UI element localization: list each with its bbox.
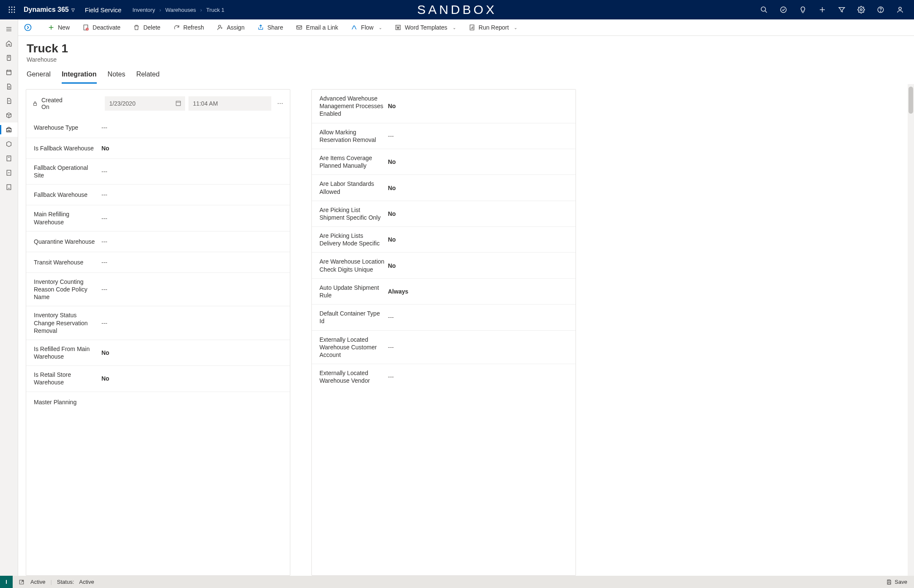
breadcrumb-item[interactable]: Warehouses <box>165 7 196 13</box>
module-label[interactable]: Field Service <box>78 6 128 14</box>
field-row[interactable]: Default Container Type Id--- <box>312 305 576 330</box>
nav-doc1[interactable] <box>0 79 18 94</box>
field-value: No <box>388 262 571 269</box>
field-row[interactable]: Warehouse Type--- <box>26 117 290 138</box>
created-time-input[interactable] <box>188 96 271 111</box>
svg-rect-27 <box>7 156 11 161</box>
field-row[interactable]: Quarantine Warehouse--- <box>26 231 290 252</box>
svg-point-6 <box>9 12 10 13</box>
svg-rect-22 <box>7 70 11 75</box>
nav-hamburger[interactable] <box>0 22 18 36</box>
help-icon[interactable] <box>877 6 884 14</box>
nav-box2[interactable] <box>0 137 18 151</box>
app-launcher-icon[interactable] <box>3 6 20 13</box>
tab-related[interactable]: Related <box>136 71 159 84</box>
field-label: Quarantine Warehouse <box>34 238 101 245</box>
environment-badge: SANDBOX <box>417 3 497 17</box>
field-label: Warehouse Type <box>34 124 101 131</box>
email-link-label: Email a Link <box>306 24 338 31</box>
run-report-button[interactable]: Run Report⌄ <box>464 19 523 35</box>
brand-dropdown[interactable]: Dynamics 365 ▽ <box>20 6 78 14</box>
nav-box1[interactable] <box>0 108 18 122</box>
nav-clipboard[interactable] <box>0 51 18 65</box>
word-templates-button[interactable]: Word Templates⌄ <box>390 19 461 35</box>
field-row[interactable]: Fallback Warehouse--- <box>26 185 290 205</box>
field-row[interactable]: Auto Update Shipment RuleAlways <box>312 279 576 305</box>
calendar-icon <box>175 100 182 106</box>
tab-notes[interactable]: Notes <box>108 71 126 84</box>
email-link-button[interactable]: Email a Link <box>291 19 343 35</box>
field-value: --- <box>101 124 286 131</box>
created-on-label: Created On <box>41 97 70 110</box>
new-label: New <box>58 24 70 31</box>
field-row[interactable]: Are Picking Lists Delivery Mode Specific… <box>312 227 576 253</box>
svg-rect-41 <box>176 101 181 106</box>
field-row[interactable]: Main Refilling Warehouse--- <box>26 205 290 231</box>
command-bar: New Deactivate Delete Refresh Assign Sha… <box>18 19 914 36</box>
share-button[interactable]: Share <box>252 19 288 35</box>
new-button[interactable]: New <box>43 19 75 35</box>
scrollbar[interactable] <box>908 84 914 576</box>
field-value: --- <box>101 191 286 198</box>
field-row[interactable]: Is Fallback WarehouseNo <box>26 138 290 159</box>
svg-rect-45 <box>888 582 890 584</box>
field-row[interactable]: Fallback Operational Site--- <box>26 159 290 185</box>
field-row[interactable]: Externally Located Warehouse Vendor--- <box>312 364 576 389</box>
tab-bar: General Integration Notes Related <box>18 63 914 84</box>
search-icon[interactable] <box>760 6 768 14</box>
field-row[interactable]: Are Items Coverage Planned ManuallyNo <box>312 149 576 175</box>
back-arrow-icon[interactable] <box>22 21 34 34</box>
svg-point-4 <box>11 9 13 11</box>
nav-home[interactable] <box>0 36 18 51</box>
filter-icon[interactable] <box>838 6 846 14</box>
user-icon[interactable] <box>896 6 904 14</box>
teams-badge[interactable]: I <box>0 576 13 588</box>
popout-icon[interactable] <box>19 579 25 585</box>
field-row[interactable]: Allow Marking Reservation Removal--- <box>312 123 576 149</box>
refresh-label: Refresh <box>183 24 204 31</box>
nav-doc2[interactable] <box>0 94 18 108</box>
task-icon[interactable] <box>780 6 787 14</box>
tab-general[interactable]: General <box>27 71 51 84</box>
assign-button[interactable]: Assign <box>212 19 250 35</box>
created-date-field[interactable] <box>105 96 185 111</box>
record-title: Truck 1 <box>27 42 906 55</box>
field-row[interactable]: Transit Warehouse--- <box>26 252 290 273</box>
breadcrumb-item[interactable]: Inventory <box>132 7 155 13</box>
plus-icon[interactable] <box>819 6 826 14</box>
field-row[interactable]: Master Planning <box>26 392 290 413</box>
field-label: Externally Located Warehouse Customer Ac… <box>319 336 388 359</box>
tab-integration[interactable]: Integration <box>62 71 97 84</box>
more-dots-icon[interactable]: ⋯ <box>275 100 286 107</box>
scrollbar-thumb[interactable] <box>909 87 913 114</box>
nav-warehouse-active[interactable] <box>0 122 18 137</box>
field-value: --- <box>388 344 571 351</box>
deactivate-button[interactable]: Deactivate <box>77 19 126 35</box>
svg-rect-44 <box>888 580 890 581</box>
field-row[interactable]: Are Labor Standards AllowedNo <box>312 175 576 201</box>
nav-doc5[interactable] <box>0 180 18 194</box>
field-row[interactable]: Externally Located Warehouse Customer Ac… <box>312 331 576 365</box>
field-row[interactable]: Are Picking List Shipment Specific OnlyN… <box>312 201 576 227</box>
field-row[interactable]: Inventory Status Change Reservation Remo… <box>26 306 290 340</box>
svg-point-9 <box>761 7 766 11</box>
field-label: Advanced Warehouse Management Processes … <box>319 95 388 118</box>
nav-doc3[interactable] <box>0 151 18 166</box>
breadcrumb-item[interactable]: Truck 1 <box>206 7 224 13</box>
gear-icon[interactable] <box>857 6 865 14</box>
created-date-input[interactable] <box>105 96 185 111</box>
field-value: Always <box>388 288 571 295</box>
field-row[interactable]: Are Warehouse Location Check Digits Uniq… <box>312 253 576 278</box>
nav-calendar[interactable] <box>0 65 18 79</box>
field-row[interactable]: Inventory Counting Reason Code Policy Na… <box>26 273 290 307</box>
field-row[interactable]: Is Refilled From Main WarehouseNo <box>26 340 290 366</box>
save-button[interactable]: Save <box>886 579 914 585</box>
svg-point-16 <box>880 11 881 11</box>
field-row[interactable]: Advanced Warehouse Management Processes … <box>312 90 576 123</box>
nav-doc4[interactable] <box>0 166 18 180</box>
flow-button[interactable]: Flow⌄ <box>346 19 387 35</box>
field-row[interactable]: Is Retail Store WarehouseNo <box>26 366 290 392</box>
delete-button[interactable]: Delete <box>128 19 165 35</box>
refresh-button[interactable]: Refresh <box>168 19 209 35</box>
lightbulb-icon[interactable] <box>799 6 807 14</box>
